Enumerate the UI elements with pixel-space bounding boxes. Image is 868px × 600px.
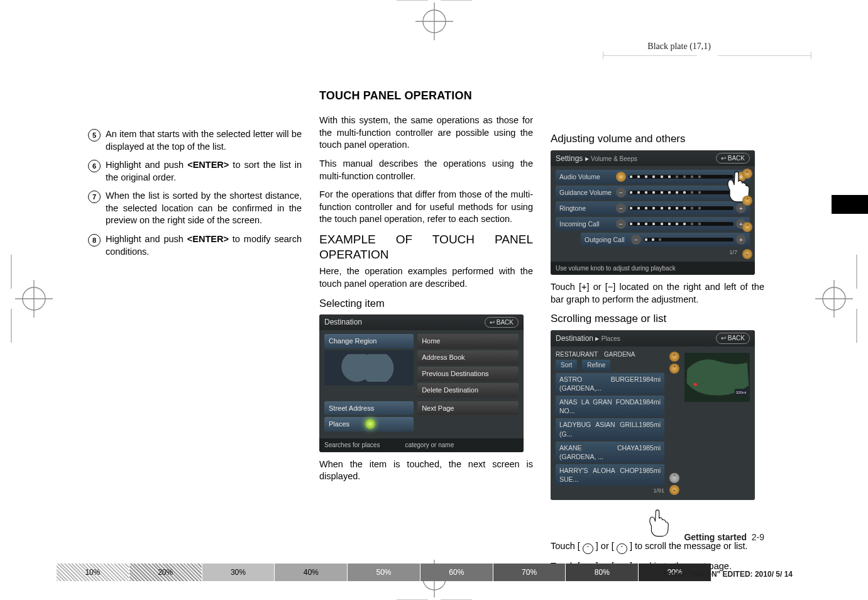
scroll-top-icon[interactable]: ⌃ (742, 169, 752, 179)
calibration-segment: 20% (129, 564, 202, 581)
list-item[interactable]: ASTRO BURGER (GARDENA,...1984mi (556, 373, 664, 394)
places-list: ASTRO BURGER (GARDENA,...1984mi ANAS LA … (556, 373, 664, 486)
change-region-button[interactable]: Change Region (324, 334, 414, 348)
mini-heading: Selecting item (319, 296, 533, 310)
screenshot-body: Change Region Home Address Book Previous… (319, 330, 524, 438)
address-book-button[interactable]: Address Book (417, 350, 519, 365)
back-pill[interactable]: ↩ BACK (716, 333, 750, 344)
chevron-down-icon: ˅ (617, 543, 627, 554)
left-column: 5 An item that starts with the selected … (88, 88, 302, 581)
screenshot-settings: Settings ▸ Volume & Beeps ↩ BACK Audio V… (551, 150, 755, 275)
street-address-button[interactable]: Street Address (324, 401, 414, 416)
minus-icon[interactable]: − (616, 187, 626, 197)
registration-mark-left (9, 255, 53, 345)
scroll-down-icon[interactable]: ˅ (742, 222, 752, 232)
list-text: Highlight and push <ENTER> to modify sea… (106, 233, 302, 258)
paragraph: Here, the operation examples performed w… (319, 265, 533, 290)
page-indicator: 1/7 (556, 248, 750, 256)
center-column: TOUCH PANEL OPERATION With this system, … (319, 88, 533, 581)
touch-glow-icon (365, 419, 375, 429)
calibration-segment: 30% (202, 564, 275, 581)
list-item: 5 An item that starts with the selected … (88, 128, 302, 153)
list-item: 8 Highlight and push <ENTER> to modify s… (88, 233, 302, 258)
calibration-segment: 10% (57, 564, 129, 581)
slider-audio-volume[interactable]: Audio Volume − + (556, 170, 750, 184)
bullet-8: 8 (88, 234, 101, 247)
paragraph: For the operations that differ from thos… (319, 189, 533, 226)
registration-mark-right (815, 255, 859, 345)
slider-track[interactable] (629, 175, 733, 179)
list-text: Highlight and push <ENTER> to sort the l… (106, 159, 302, 184)
back-pill[interactable]: ↩ BACK (716, 153, 750, 164)
screenshot-title: Settings ▸ Volume & Beeps (556, 153, 637, 164)
screenshot-header: Settings ▸ Volume & Beeps ↩ BACK (551, 150, 755, 167)
pointer-hand-icon (645, 506, 670, 538)
calibration-segment: 40% (275, 564, 348, 581)
scroll-up-icon[interactable]: ˄ (742, 196, 752, 206)
list-item[interactable]: ANAS LA GRAN FONDA NO...1984mi (556, 396, 664, 417)
slider-guidance-volume[interactable]: Guidance Volume − + (556, 186, 750, 199)
slider-track[interactable] (629, 191, 733, 194)
minus-icon[interactable]: − (616, 172, 626, 182)
scroll-top-icon[interactable]: ⌃ (669, 352, 679, 362)
list-text: When the list is sorted by the shortest … (106, 190, 302, 227)
list-item: 7 When the list is sorted by the shortes… (88, 190, 302, 227)
plate-trim-lines (603, 52, 811, 59)
screenshot-header: Destination ↩ BACK (319, 314, 524, 331)
scroll-up-icon[interactable]: ˄ (669, 364, 679, 374)
paragraph: When the item is touched, the next scree… (319, 458, 533, 483)
screenshot-header: Destination ▸ Places ↩ BACK (551, 330, 755, 347)
screenshot-body: Audio Volume − + Guidance Volume − + Rin… (551, 166, 755, 261)
slider-ringtone[interactable]: Ringtone − + (556, 201, 750, 215)
paragraph: This manual describes the operations usi… (319, 158, 533, 182)
slider-incoming-call[interactable]: Incoming Call − + (556, 217, 750, 231)
registration-mark-top (397, 0, 472, 40)
previous-destinations-button[interactable]: Previous Destinations (417, 367, 519, 381)
minus-icon[interactable]: − (616, 219, 626, 229)
bullet-5: 5 (88, 129, 101, 142)
list-text: An item that starts with the selected le… (106, 128, 302, 153)
calibration-segment: 80% (566, 564, 639, 581)
screenshot-hint: Searches for places category or name (319, 438, 524, 452)
paragraph: Touch [+] or [−] located on the right an… (551, 281, 764, 306)
list-item[interactable]: HARRY'S ALOHA CHOP SUE...1985mi (556, 464, 664, 486)
scroll-down-icon[interactable]: ˅ (669, 473, 679, 483)
home-button[interactable]: Home (417, 334, 519, 348)
slider-outgoing-call[interactable]: Outgoing Call − + (581, 233, 750, 247)
calibration-segment: 60% (420, 564, 493, 581)
slider-track[interactable] (644, 238, 733, 242)
region-map-thumbnail (324, 350, 414, 386)
sort-button[interactable]: Sort (556, 360, 577, 371)
page-indicator: 1/91 (556, 487, 664, 494)
filter-restaurant-label: RESTAURANT (556, 350, 598, 359)
page-root: Black plate (17,1) 5 An item that starts… (0, 0, 868, 600)
list-item[interactable]: LADYBUG ASIAN GRILL (G...1985mi (556, 418, 664, 440)
footer-page-number: Getting started 2-9 (684, 532, 764, 542)
footer-model-line: Model "08NJ-N" EDITED: 2010/ 5/ 14 (664, 570, 793, 579)
delete-destination-button[interactable]: Delete Destination (417, 383, 519, 397)
mini-heading: Adjusting volume and others (551, 132, 764, 147)
minus-icon[interactable]: − (616, 203, 626, 213)
scroll-arrow-column: ⌃ ˄ ˅ ⌄ (669, 350, 679, 495)
svg-text:320mi: 320mi (736, 391, 746, 394)
calibration-segment: 70% (493, 564, 566, 581)
filter-gardena-label: GARDENA (604, 350, 635, 359)
right-column: Adjusting volume and others Settings ▸ V… (551, 88, 764, 581)
slider-track[interactable] (629, 206, 733, 210)
paragraph: With this system, the same operations as… (319, 114, 533, 152)
section-title: TOUCH PANEL OPERATION (319, 88, 533, 103)
minus-icon[interactable]: − (631, 235, 641, 245)
bullet-6: 6 (88, 160, 101, 172)
places-button[interactable]: Places (324, 417, 414, 431)
svg-point-21 (694, 382, 697, 386)
content-grid: 5 An item that starts with the selected … (88, 88, 764, 525)
bullet-7: 7 (88, 191, 101, 203)
next-page-button[interactable]: Next Page (417, 401, 519, 416)
slider-track[interactable] (629, 222, 733, 226)
scroll-bottom-icon[interactable]: ⌄ (669, 485, 679, 495)
back-pill[interactable]: ↩ BACK (485, 317, 519, 328)
scroll-bottom-icon[interactable]: ⌄ (742, 249, 752, 259)
list-item[interactable]: AKANE CHAYA (GARDENA, ...1985mi (556, 442, 664, 463)
chevron-up-icon: ˄ (583, 543, 593, 554)
refine-button[interactable]: Refine (582, 360, 610, 371)
